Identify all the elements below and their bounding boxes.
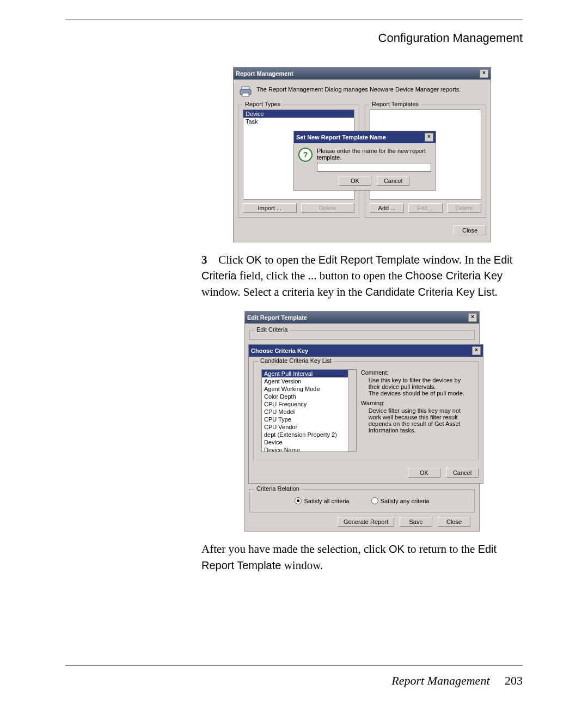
scrollbar[interactable] (348, 370, 356, 451)
criteria-relation-group: Criteria Relation Satisfy all criteria S… (249, 489, 475, 512)
satisfy-all-label: Satisfy all criteria (304, 498, 349, 504)
delete-types-button[interactable]: Delete (301, 203, 355, 213)
list-item[interactable]: Color Depth (262, 393, 356, 400)
modal-ok-button[interactable]: OK (339, 176, 371, 186)
step-number: 3 (201, 252, 216, 268)
warning-label: Warning: (361, 400, 470, 406)
edit-criteria-group: Edit Criteria (249, 330, 475, 340)
report-management-dialog: Report Management × The Report Managemen… (233, 67, 491, 242)
svg-rect-0 (242, 87, 249, 89)
page-footer: Report Management 203 (65, 674, 523, 688)
new-template-name-prompt: Please enter the name for the new report… (317, 148, 431, 161)
list-item[interactable]: Agent Working Mode (262, 385, 356, 393)
satisfy-any-label: Satisfy any criteria (381, 498, 430, 504)
list-item[interactable]: Task (243, 118, 354, 125)
radio-icon (371, 497, 378, 504)
choose-criteria-cancel-button[interactable]: Cancel (446, 468, 479, 478)
add-template-button[interactable]: Add ... (370, 203, 404, 213)
new-template-name-input[interactable] (317, 163, 431, 172)
step-3-paragraph: 3 Click OK to open the Edit Report Templ… (201, 252, 523, 300)
choose-criteria-key-dialog: Choose Criteria Key × Candidate Criteria… (248, 344, 483, 484)
comment-label: Comment: (361, 369, 470, 376)
close-icon[interactable]: × (468, 313, 477, 322)
edit-criteria-legend: Edit Criteria (254, 326, 290, 333)
generate-report-button[interactable]: Generate Report (338, 517, 394, 527)
svg-rect-2 (242, 93, 249, 96)
import-button[interactable]: Import ... (243, 203, 297, 213)
list-item[interactable]: Agent Version (262, 377, 356, 385)
edit-template-button[interactable]: Edit ... (408, 203, 443, 213)
close-edit-template-button[interactable]: Close (438, 517, 470, 527)
choose-criteria-key-titlebar: Choose Criteria Key × (249, 345, 483, 357)
set-new-template-name-dialog: Set New Report Template Name × ? Please … (293, 131, 436, 191)
list-item[interactable]: CPU Frequency (262, 400, 356, 408)
choose-criteria-key-title: Choose Criteria Key (251, 347, 308, 354)
bottom-rule (65, 666, 523, 666)
report-management-description: The Report Management Dialog manages Neo… (256, 86, 461, 93)
warning-text: Device filter using this key may not wor… (361, 407, 470, 434)
close-icon[interactable]: × (425, 133, 433, 142)
set-new-template-name-titlebar: Set New Report Template Name × (294, 131, 436, 143)
criteria-relation-legend: Criteria Relation (254, 485, 302, 492)
edit-report-template-dialog: Edit Report Template × Edit Criteria Cho… (244, 311, 480, 532)
list-item[interactable]: Device (262, 438, 356, 446)
list-item[interactable]: dept (Extension Property 2) (262, 431, 356, 438)
edit-report-template-title: Edit Report Template (247, 314, 307, 321)
candidate-criteria-key-list[interactable]: Agent Pull Interval Agent Version Agent … (261, 369, 357, 452)
satisfy-all-radio[interactable]: Satisfy all criteria (295, 497, 349, 504)
set-new-template-name-title: Set New Report Template Name (296, 134, 386, 141)
list-item[interactable]: CPU Type (262, 416, 356, 423)
list-item[interactable]: Agent Pull Interval (262, 370, 356, 377)
save-report-template-button[interactable]: Save (400, 517, 432, 527)
running-head: Configuration Management (65, 31, 523, 45)
choose-criteria-ok-button[interactable]: OK (408, 468, 440, 478)
satisfy-any-radio[interactable]: Satisfy any criteria (371, 497, 430, 504)
question-icon: ? (298, 148, 313, 162)
modal-cancel-button[interactable]: Cancel (377, 176, 409, 186)
report-management-titlebar: Report Management × (234, 68, 491, 80)
printer-icon (239, 86, 252, 98)
delete-template-button[interactable]: Delete (447, 203, 481, 213)
comment-text: Use this key to filter the devices by th… (361, 377, 470, 396)
edit-report-template-titlebar: Edit Report Template × (245, 312, 479, 324)
report-types-legend: Report Types (243, 101, 283, 107)
candidate-criteria-key-list-legend: Candidate Criteria Key List (258, 357, 334, 364)
report-templates-legend: Report Templates (370, 101, 421, 107)
top-rule (65, 20, 523, 20)
close-report-management-button[interactable]: Close (454, 225, 486, 235)
close-icon[interactable]: × (480, 69, 488, 78)
footer-section: Report Management (391, 674, 489, 687)
list-item[interactable]: Device (243, 110, 354, 118)
after-selection-paragraph: After you have made the selection, click… (201, 541, 523, 573)
close-icon[interactable]: × (472, 346, 481, 355)
list-item[interactable]: CPU Vendor (262, 423, 356, 431)
list-item[interactable]: CPU Model (262, 408, 356, 416)
footer-page-number: 203 (505, 674, 523, 687)
list-item[interactable]: Device Name (262, 446, 356, 452)
candidate-criteria-key-list-group: Candidate Criteria Key List Agent Pull I… (253, 361, 479, 460)
report-management-title: Report Management (236, 70, 293, 77)
radio-icon (295, 497, 302, 504)
